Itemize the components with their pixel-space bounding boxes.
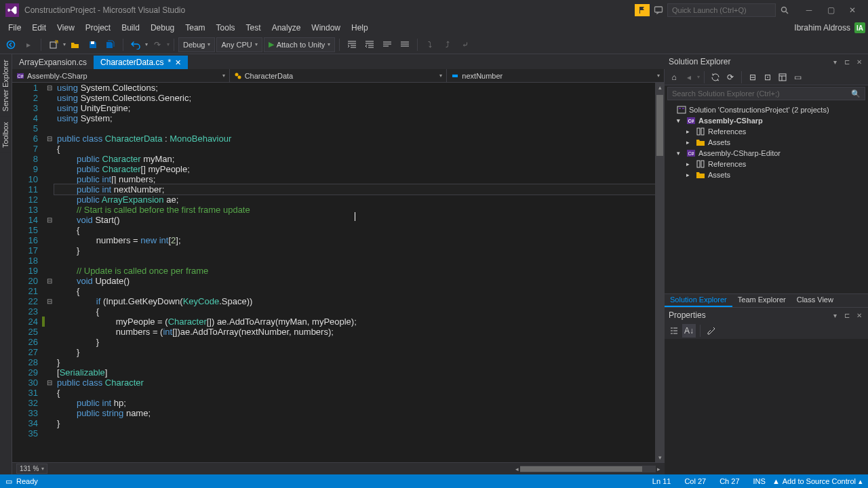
properties-panel: Properties ▾ ⊏ ✕ A↓ (665, 307, 868, 474)
outdent-button[interactable] (361, 37, 378, 53)
quick-launch-input[interactable] (667, 3, 776, 17)
tree-node-assembly-csharp-editor[interactable]: ▾C#Assembly-CSharp-Editor (665, 148, 868, 159)
search-icon[interactable] (778, 4, 791, 16)
home-button[interactable]: ⌂ (667, 70, 681, 84)
close-button[interactable]: ✕ (842, 3, 863, 18)
dropdown-arrow-icon[interactable]: ▾ (167, 41, 170, 47)
user-name[interactable]: Ibrahim Aldross (790, 23, 854, 33)
menu-window[interactable]: Window (306, 21, 346, 35)
menu-help[interactable]: Help (346, 21, 374, 35)
menu-tools[interactable]: Tools (211, 21, 241, 35)
menu-build[interactable]: Build (116, 21, 145, 35)
back-button[interactable]: ◂ (682, 70, 696, 84)
svg-point-1 (782, 7, 787, 12)
code-content[interactable]: using System.Collections;using System.Co… (54, 83, 655, 462)
svg-rect-0 (655, 7, 663, 12)
refresh-button[interactable]: ⟳ (724, 70, 737, 84)
tree-node-references[interactable]: ▸References (665, 159, 868, 169)
panel-close-button[interactable]: ✕ (854, 310, 864, 320)
scroll-left-button[interactable]: ◂ (515, 464, 519, 474)
menu-test[interactable]: Test (241, 21, 267, 35)
tree-node-assets[interactable]: ▸Assets (665, 169, 868, 180)
menu-debug[interactable]: Debug (145, 21, 180, 35)
panel-tab-class-view[interactable]: Class View (791, 294, 839, 307)
panel-tab-solution-explorer[interactable]: Solution Explorer (665, 294, 732, 307)
nav-fwd-button[interactable]: ▸ (20, 37, 37, 53)
svg-rect-20 (697, 161, 700, 167)
panel-tab-team-explorer[interactable]: Team Explorer (732, 294, 791, 307)
attach-button[interactable]: ▶Attach to Unity▾ (264, 37, 336, 52)
server-explorer-tab[interactable]: Server Explorer (0, 54, 11, 117)
save-all-button[interactable] (102, 37, 119, 53)
toolbox-tab[interactable]: Toolbox (0, 117, 11, 153)
collapse-all-button[interactable]: ⊟ (746, 70, 760, 84)
nav-project-dropdown[interactable]: C# Assembly-CSharp ▾ (12, 69, 230, 82)
step-button[interactable]: ⤶ (457, 37, 473, 53)
open-button[interactable] (67, 37, 83, 53)
scroll-down-button[interactable]: ▾ (655, 453, 665, 462)
sync-button[interactable] (709, 70, 722, 84)
minimize-button[interactable]: ─ (799, 3, 819, 18)
panel-pin-button[interactable]: ⊏ (842, 57, 852, 66)
maximize-button[interactable]: ▢ (821, 3, 841, 18)
comment-button[interactable] (379, 37, 395, 53)
step-button[interactable]: ⤴ (439, 37, 456, 53)
solution-search-input[interactable]: Search Solution Explorer (Ctrl+;) 🔍 (667, 87, 865, 100)
tab-arrayexpansion-cs[interactable]: ArrayExpansion.cs (12, 56, 94, 69)
nav-class-dropdown[interactable]: CharacterData ▾ (230, 69, 448, 82)
properties-button[interactable] (776, 70, 789, 84)
svg-text:C#: C# (688, 151, 694, 156)
solution-tree[interactable]: Solution 'ConstructionsProject' (2 proje… (665, 102, 868, 293)
menu-view[interactable]: View (52, 21, 80, 35)
menu-analyze[interactable]: Analyze (267, 21, 307, 35)
panel-close-button[interactable]: ✕ (854, 57, 864, 66)
tree-node-references[interactable]: ▸References (665, 126, 868, 137)
fold-gutter[interactable]: ⊟⊟⊟⊟⊟⊟ (45, 83, 54, 462)
horizontal-scrollbar[interactable] (520, 466, 656, 472)
menu-file[interactable]: File (3, 21, 26, 35)
tree-node-assembly-csharp[interactable]: ▾C#Assembly-CSharp (665, 115, 868, 126)
panel-options-button[interactable]: ▾ (830, 57, 840, 66)
undo-button[interactable] (127, 37, 144, 53)
user-badge[interactable]: IA (854, 22, 865, 33)
code-editor[interactable]: 1234567891011121314151617181920212223242… (12, 83, 665, 462)
uncomment-button[interactable] (397, 37, 413, 53)
new-project-button[interactable] (45, 37, 62, 53)
step-button[interactable]: ⤵ (422, 37, 438, 53)
status-line: Ln 11 (646, 477, 678, 485)
menu-team[interactable]: Team (180, 21, 210, 35)
tab-characterdata-cs[interactable]: CharacterData.cs*✕ (94, 56, 188, 69)
redo-button[interactable]: ↷ (149, 37, 165, 53)
svg-text:C#: C# (18, 74, 24, 79)
tree-solution-root[interactable]: Solution 'ConstructionsProject' (2 proje… (665, 104, 868, 115)
panel-options-button[interactable]: ▾ (830, 310, 840, 320)
panel-pin-button[interactable]: ⊏ (842, 310, 852, 320)
scroll-thumb[interactable] (656, 95, 663, 156)
toolbar: ▸ ▾ ▾ ↷ ▾ Debug▾ Any CPU▾ ▶Attach to Uni… (0, 35, 868, 54)
alpha-button[interactable]: A↓ (682, 324, 696, 338)
vertical-scrollbar[interactable]: ▴ ▾ (655, 83, 665, 462)
notification-flag-icon[interactable] (635, 4, 650, 16)
menu-edit[interactable]: Edit (26, 21, 52, 35)
config-dropdown[interactable]: Debug▾ (178, 37, 215, 52)
scroll-up-button[interactable]: ▴ (655, 83, 665, 92)
status-ins: INS (747, 477, 772, 485)
save-button[interactable] (85, 37, 101, 53)
dropdown-arrow-icon[interactable]: ▾ (63, 41, 66, 47)
categorized-button[interactable] (667, 324, 681, 338)
indent-button[interactable] (344, 37, 360, 53)
feedback-icon[interactable] (652, 4, 665, 16)
prop-pages-button[interactable] (705, 324, 718, 338)
zoom-dropdown[interactable]: 131 %▾ (16, 464, 47, 474)
add-source-control-button[interactable]: ▲ Add to Source Control ▴ (772, 477, 863, 486)
preview-button[interactable]: ▭ (791, 70, 804, 84)
show-all-button[interactable]: ⊡ (761, 70, 774, 84)
dropdown-arrow-icon[interactable]: ▾ (145, 41, 148, 47)
nav-back-button[interactable] (3, 37, 19, 53)
svg-text:C#: C# (688, 119, 694, 123)
platform-dropdown[interactable]: Any CPU▾ (216, 37, 262, 52)
tree-node-assets[interactable]: ▸Assets (665, 137, 868, 148)
nav-member-dropdown[interactable]: nextNumber ▾ (447, 69, 665, 82)
menu-project[interactable]: Project (80, 21, 116, 35)
scroll-right-button[interactable]: ▸ (657, 464, 660, 474)
